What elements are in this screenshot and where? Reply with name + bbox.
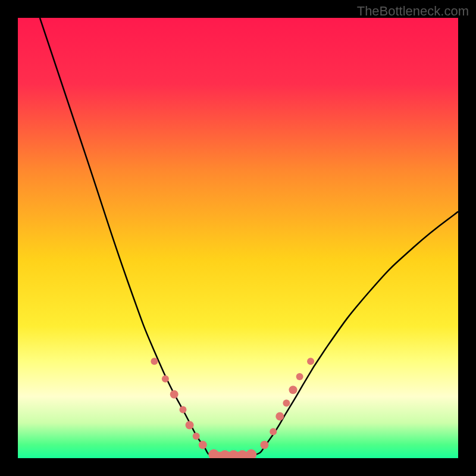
data-marker: [289, 386, 298, 394]
data-marker: [283, 400, 290, 407]
data-marker: [208, 449, 219, 458]
watermark-text: TheBottleneck.com: [357, 4, 469, 19]
data-marker: [260, 441, 268, 449]
data-marker: [275, 412, 284, 421]
data-marker: [180, 406, 187, 414]
chart-plot-area: [18, 18, 458, 458]
data-marker: [186, 421, 194, 430]
data-marker: [246, 449, 256, 458]
data-marker: [296, 373, 303, 380]
data-marker: [151, 358, 158, 365]
bottleneck-curve: [40, 18, 458, 458]
chart-curves: [18, 18, 458, 458]
data-marker: [199, 441, 207, 449]
data-marker: [170, 390, 178, 399]
data-marker: [307, 358, 314, 365]
data-marker: [162, 375, 169, 383]
data-marker: [270, 428, 277, 436]
data-marker: [193, 433, 200, 440]
